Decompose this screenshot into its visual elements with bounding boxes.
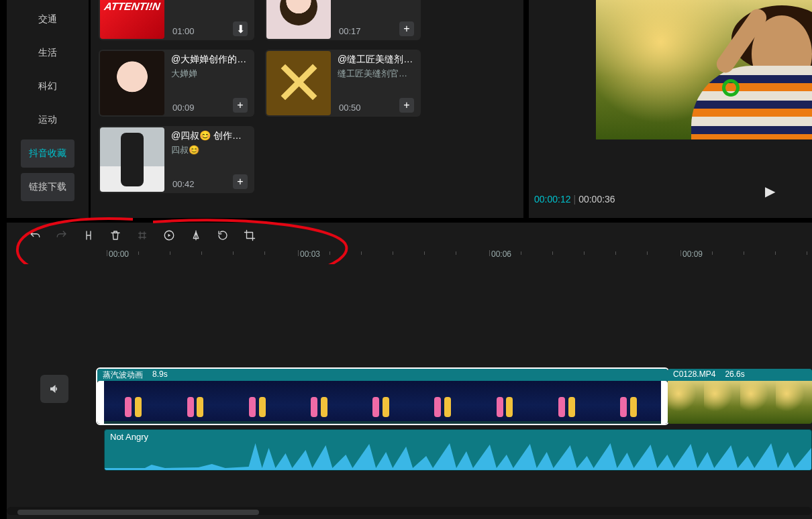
edit-toolbar: [7, 223, 812, 248]
media-author: 缝工匠美缝剂官…: [338, 68, 418, 80]
media-title: @四叔😊 创作…: [171, 130, 252, 142]
audio-clip[interactable]: Not Angry: [104, 429, 812, 471]
preview-frame[interactable]: [596, 0, 812, 139]
video-clip[interactable]: C0128.MP4 26.6s: [668, 369, 812, 424]
media-author: 大婵婵: [171, 68, 252, 80]
media-title: @缝工匠美缝剂…: [338, 54, 418, 66]
download-button[interactable]: ⬇: [233, 21, 248, 36]
add-button[interactable]: +: [399, 98, 414, 113]
media-author: 四叔😊: [171, 144, 252, 156]
media-thumb: [266, 0, 331, 39]
category-sidebar: 交通 生活 科幻 运动 抖音收藏 链接下载: [7, 0, 89, 218]
media-thumb: [100, 51, 164, 115]
split-button[interactable]: [82, 229, 95, 241]
media-duration: 01:00: [172, 26, 195, 36]
media-duration: 00:17: [339, 26, 361, 36]
timeline-ruler[interactable]: 00:00 00:03 00:06 00:09: [7, 248, 812, 264]
media-title: @大婵婵创作的…: [171, 54, 252, 66]
media-card[interactable]: 00:17 +: [265, 0, 421, 40]
play-button[interactable]: ▶: [765, 183, 775, 199]
sidebar-item-traffic[interactable]: 交通: [21, 5, 74, 34]
clip-duration: 26.6s: [725, 369, 744, 380]
speed-button[interactable]: [162, 229, 176, 241]
redo-button: [55, 229, 68, 241]
delete-button[interactable]: [109, 229, 122, 241]
clip-name: 蒸汽波动画: [103, 369, 143, 380]
media-duration: 00:09: [172, 103, 195, 113]
media-thumb: [100, 127, 164, 192]
track-mute-button[interactable]: [40, 375, 68, 403]
add-button[interactable]: +: [399, 21, 414, 36]
sidebar-item-link-dl[interactable]: 链接下载: [21, 173, 74, 201]
freeze-button: [136, 229, 149, 241]
media-card[interactable]: 01:00 ⬇: [99, 0, 254, 40]
sidebar-item-sport[interactable]: 运动: [21, 106, 74, 134]
media-thumb: [100, 0, 164, 39]
media-card[interactable]: @四叔😊 创作… 四叔😊 00:42 +: [99, 126, 254, 193]
undo-button[interactable]: [28, 229, 42, 241]
scrollbar-thumb[interactable]: [17, 510, 259, 515]
sidebar-item-life[interactable]: 生活: [21, 39, 74, 67]
mirror-button[interactable]: [189, 229, 203, 241]
timeline-scrollbar[interactable]: [7, 507, 812, 515]
add-button[interactable]: +: [233, 174, 248, 189]
media-library: 01:00 ⬇ 00:17 + @大婵婵创作的… 大婵婵 00:09 +: [91, 0, 523, 218]
time-display: 00:00:12|00:00:36: [534, 194, 615, 205]
media-thumb: [266, 51, 331, 115]
crop-button[interactable]: [243, 229, 256, 241]
clip-name: C0128.MP4: [673, 369, 715, 380]
sidebar-item-douyin-fav[interactable]: 抖音收藏: [21, 139, 74, 168]
rotate-button[interactable]: [216, 229, 230, 241]
media-card[interactable]: @大婵婵创作的… 大婵婵 00:09 +: [99, 50, 254, 117]
clip-duration: 8.9s: [152, 369, 168, 380]
media-duration: 00:50: [339, 103, 361, 113]
add-button[interactable]: +: [233, 98, 248, 113]
video-preview: 00:00:12|00:00:36 ▶: [529, 0, 812, 218]
timeline-tracks: 蒸汽波动画 8.9s C0128.MP4 26.6s Not Angry: [7, 264, 812, 519]
sidebar-item-scifi[interactable]: 科幻: [21, 72, 74, 101]
video-clip[interactable]: 蒸汽波动画 8.9s: [97, 369, 668, 424]
media-card[interactable]: @缝工匠美缝剂… 缝工匠美缝剂官… 00:50 +: [265, 50, 421, 117]
media-duration: 00:42: [172, 179, 195, 189]
